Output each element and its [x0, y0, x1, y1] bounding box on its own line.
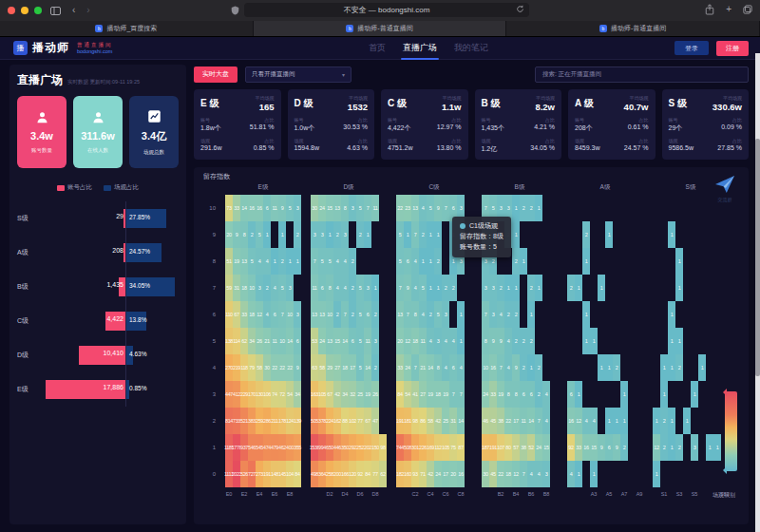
heatmap-cell[interactable]: 19: [233, 248, 240, 275]
heatmap-cell[interactable]: 7: [497, 354, 504, 381]
heatmap-cell[interactable]: 1: [286, 248, 294, 275]
heatmap-cell[interactable]: 9: [294, 354, 301, 381]
heatmap-cell[interactable]: 1: [598, 275, 605, 301]
heatmap-cell[interactable]: 10: [482, 354, 489, 381]
heatmap-cell[interactable]: 5: [256, 221, 263, 248]
heatmap-cell[interactable]: 13: [240, 248, 248, 275]
heatmap-cell[interactable]: 191: [489, 434, 497, 461]
heatmap-cell[interactable]: 18: [341, 354, 349, 381]
heatmap-cell[interactable]: [598, 248, 605, 275]
heatmap-cell[interactable]: [575, 248, 582, 275]
heatmap-cell[interactable]: [668, 195, 675, 221]
heatmap-cell[interactable]: 412: [233, 381, 240, 408]
close-window-button[interactable]: [8, 7, 15, 14]
heatmap-cell[interactable]: 18: [504, 461, 512, 487]
heatmap-cell[interactable]: 6: [263, 195, 271, 221]
heatmap-cell[interactable]: [567, 354, 575, 381]
heatmap-cell[interactable]: 1: [457, 301, 465, 328]
heatmap-cell[interactable]: [567, 248, 575, 275]
heatmap-cell[interactable]: [636, 381, 643, 408]
heatmap-cell[interactable]: 7: [535, 408, 542, 434]
heatmap-cell[interactable]: [653, 248, 660, 275]
heatmap-cell[interactable]: 105: [442, 434, 449, 461]
heatmap-cell[interactable]: [527, 248, 535, 275]
heatmap-cell[interactable]: [442, 248, 449, 275]
heatmap-cell[interactable]: [628, 248, 636, 275]
heatmap-cell[interactable]: 16: [567, 408, 575, 434]
heatmap-cell[interactable]: 2: [675, 354, 683, 381]
heatmap-cell[interactable]: 58: [318, 354, 326, 381]
heatmap-cell[interactable]: [713, 328, 721, 354]
heatmap-cell[interactable]: 79: [248, 354, 256, 381]
heatmap-cell[interactable]: 2: [294, 221, 301, 248]
heatmap-cell[interactable]: 2: [527, 275, 535, 301]
heatmap-cell[interactable]: 87: [457, 434, 465, 461]
heatmap-cell[interactable]: [442, 221, 449, 248]
heatmap-cell[interactable]: 9: [489, 328, 497, 354]
heatmap-cell[interactable]: 33: [396, 354, 404, 381]
heatmap-cell[interactable]: [364, 248, 371, 275]
heatmap-cell[interactable]: 2: [504, 301, 512, 328]
heatmap-cell[interactable]: [675, 195, 683, 221]
heatmap-cell[interactable]: 12: [575, 408, 582, 434]
heatmap-cell[interactable]: 7: [442, 195, 449, 221]
heatmap-cell[interactable]: 5: [356, 328, 364, 354]
minimize-window-button[interactable]: [21, 7, 28, 14]
heatmap-cell[interactable]: 2: [333, 301, 341, 328]
nav-menu-item[interactable]: 我的笔记: [454, 42, 488, 54]
heatmap-cell[interactable]: 5: [356, 275, 364, 301]
heatmap-cell[interactable]: [590, 275, 598, 301]
heatmap-cell[interactable]: [605, 195, 613, 221]
heatmap-cell[interactable]: [449, 301, 457, 328]
nav-menu-item[interactable]: 首页: [369, 42, 386, 54]
heatmap-cell[interactable]: 33: [233, 195, 240, 221]
heatmap-cell[interactable]: [713, 275, 721, 301]
heatmap-cell[interactable]: [598, 328, 605, 354]
heatmap-cell[interactable]: 4: [535, 461, 542, 487]
heatmap-cell[interactable]: [349, 221, 356, 248]
heatmap-cell[interactable]: 34: [248, 328, 256, 354]
heatmap-cell[interactable]: 112: [434, 434, 442, 461]
heatmap-cell[interactable]: 57: [512, 434, 520, 461]
sidebar-toggle-icon[interactable]: [48, 7, 64, 15]
heatmap-cell[interactable]: 6: [349, 328, 356, 354]
heatmap-cell[interactable]: 545: [256, 434, 263, 461]
heatmap-cell[interactable]: [535, 221, 542, 248]
heatmap-cell[interactable]: 22: [271, 354, 278, 381]
heatmap-cell[interactable]: [465, 301, 472, 328]
heatmap-cell[interactable]: 3: [318, 221, 326, 248]
heatmap-cell[interactable]: 10: [286, 301, 294, 328]
heatmap-cell[interactable]: [520, 221, 527, 248]
heatmap-cell[interactable]: 937: [240, 434, 248, 461]
heatmap-cell[interactable]: 1: [527, 301, 535, 328]
heatmap-cell[interactable]: 2: [333, 221, 341, 248]
heatmap-cell[interactable]: 1: [371, 275, 379, 301]
heatmap-cell[interactable]: 1: [457, 328, 465, 354]
level-card[interactable]: S 级平均场观330.6w账号29个占比0.09 %场观9586.5w占比27.…: [662, 89, 750, 160]
heatmap-cell[interactable]: 18: [434, 381, 442, 408]
new-tab-icon[interactable]: +: [723, 5, 734, 14]
extension-shield-icon[interactable]: [231, 6, 239, 15]
heatmap-cell[interactable]: 98: [411, 408, 419, 434]
heatmap-cell[interactable]: 1: [575, 461, 582, 487]
heatmap-cell[interactable]: [457, 275, 465, 301]
heatmap-cell[interactable]: [294, 275, 301, 301]
heatmap-cell[interactable]: 1: [660, 381, 668, 408]
heatmap-cell[interactable]: 8: [341, 195, 349, 221]
heatmap-cell[interactable]: 4: [590, 408, 598, 434]
heatmap-cell[interactable]: 12: [653, 434, 660, 461]
heatmap-cell[interactable]: 102: [349, 408, 356, 434]
heatmap-cell[interactable]: 22: [504, 408, 512, 434]
heatmap-cell[interactable]: 2: [520, 328, 527, 354]
heatmap-cell[interactable]: [675, 461, 683, 487]
heatmap-cell[interactable]: 1: [598, 354, 605, 381]
heatmap-cell[interactable]: 191: [263, 461, 271, 487]
heatmap-cell[interactable]: 13: [396, 301, 404, 328]
heatmap-cell[interactable]: 1: [520, 248, 527, 275]
browser-tab[interactable]: b播动师_百度搜索: [0, 21, 254, 36]
heatmap-cell[interactable]: 4: [542, 408, 550, 434]
heatmap-cell[interactable]: [636, 434, 643, 461]
heatmap-cell[interactable]: [698, 381, 706, 408]
heatmap-cell[interactable]: [575, 301, 582, 328]
heatmap-cell[interactable]: 19: [497, 381, 504, 408]
